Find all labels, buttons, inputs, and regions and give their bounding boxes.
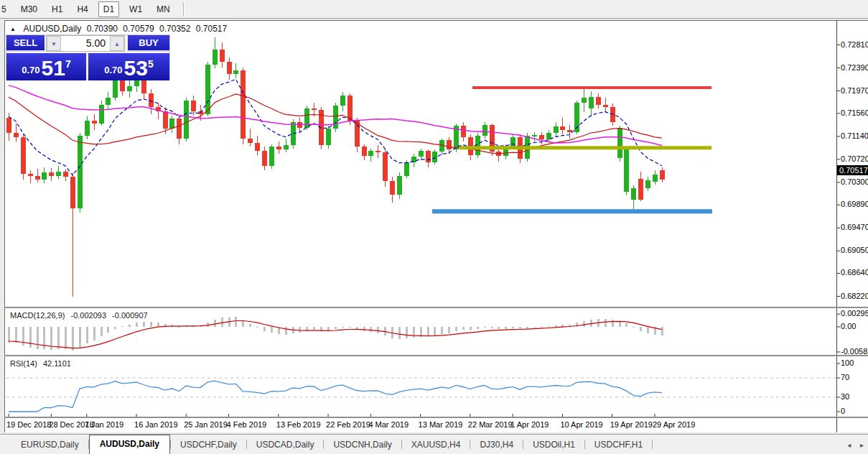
window-menu-icon[interactable]: ▲ bbox=[10, 26, 16, 32]
candle-body bbox=[340, 96, 345, 106]
candle-body bbox=[262, 151, 267, 166]
macd-bar bbox=[441, 327, 443, 334]
volume-increase-icon[interactable]: ▲ bbox=[110, 36, 124, 51]
macd-bar bbox=[335, 327, 337, 329]
time-axis-label: 1 Apr 2019 bbox=[510, 420, 549, 429]
buy-price-prefix: 0.70 bbox=[104, 62, 122, 78]
price-axis-label: 0.69890 bbox=[841, 200, 868, 208]
candle-body bbox=[70, 177, 75, 208]
macd-bar bbox=[313, 327, 315, 330]
candle-body bbox=[631, 188, 636, 200]
candle-body bbox=[326, 129, 331, 145]
price-axis-label: 0.68640 bbox=[841, 268, 868, 277]
price-axis-label: 0.68220 bbox=[841, 292, 868, 300]
candle-body bbox=[92, 121, 97, 123]
candle-body bbox=[241, 70, 246, 139]
macd-bar bbox=[498, 327, 500, 329]
candle-body bbox=[312, 108, 317, 110]
candle-body bbox=[49, 172, 54, 176]
time-axis-label: 7 Jan 2019 bbox=[85, 420, 123, 429]
candle-body bbox=[567, 130, 572, 131]
rsi-panel-divider[interactable] bbox=[4, 355, 868, 356]
candle-body bbox=[333, 106, 338, 129]
candle-body bbox=[432, 152, 437, 162]
macd-bar bbox=[455, 327, 457, 331]
sell-price-sup: 7 bbox=[65, 58, 71, 70]
macd-bar bbox=[625, 323, 627, 327]
macd-bar bbox=[214, 320, 216, 327]
macd-bar bbox=[363, 327, 365, 331]
current-price-tag: 0.70517 bbox=[837, 165, 868, 175]
macd-bar bbox=[533, 327, 536, 328]
candle-body bbox=[582, 98, 587, 103]
candle-body bbox=[638, 179, 643, 200]
macd-bar bbox=[370, 327, 372, 332]
macd-panel-divider[interactable] bbox=[4, 307, 868, 308]
volume-spinner: ▼ 5.00 ▲ bbox=[46, 35, 125, 52]
time-axis-label: 22 Mar 2019 bbox=[468, 420, 513, 429]
macd-panel-label: MACD(12,26,9) -0.002093 -0.000907 bbox=[10, 311, 151, 320]
buy-price-button[interactable]: 0.70 53 5 bbox=[88, 53, 169, 80]
macd-bar bbox=[448, 327, 450, 333]
candle-body bbox=[653, 175, 658, 182]
buy-price-sup: 5 bbox=[148, 58, 154, 70]
volume-decrease-icon[interactable]: ▼ bbox=[47, 36, 61, 51]
candle-body bbox=[397, 176, 402, 195]
macd-value-main: -0.002093 bbox=[70, 311, 106, 320]
candle-body bbox=[419, 151, 424, 157]
candle-body bbox=[375, 151, 381, 152]
macd-bar bbox=[377, 327, 379, 333]
macd-bar bbox=[285, 327, 287, 335]
candle-body bbox=[660, 170, 665, 180]
macd-bar bbox=[661, 327, 663, 335]
sell-price-button[interactable]: 0.70 51 7 bbox=[6, 53, 86, 80]
candle-body bbox=[596, 97, 601, 105]
macd-bar bbox=[72, 327, 74, 351]
macd-signal-line bbox=[9, 321, 662, 348]
macd-bar bbox=[15, 327, 17, 343]
price-axis-label: 0.70720 bbox=[841, 154, 868, 163]
price-axis-label: 0.69050 bbox=[841, 246, 868, 254]
rsi-axis-label: 100 bbox=[841, 358, 854, 367]
sell-button[interactable]: SELL bbox=[6, 35, 45, 52]
candle-body bbox=[21, 137, 26, 175]
candle-body bbox=[191, 101, 196, 111]
sell-price-big: 51 bbox=[42, 58, 65, 78]
macd-bar bbox=[143, 322, 145, 327]
candle-body bbox=[106, 98, 111, 105]
macd-bar bbox=[178, 327, 180, 328]
buy-button[interactable]: BUY bbox=[128, 35, 169, 52]
macd-bar bbox=[157, 323, 159, 327]
candle-body bbox=[56, 172, 61, 175]
volume-input[interactable]: 5.00 bbox=[61, 36, 110, 51]
time-axis-label: 13 Feb 2019 bbox=[276, 420, 321, 429]
macd-bar bbox=[86, 327, 88, 343]
rsi-line[interactable] bbox=[9, 381, 662, 412]
macd-bar bbox=[29, 327, 32, 348]
candle-body bbox=[113, 78, 118, 98]
macd-bar bbox=[484, 327, 486, 328]
macd-value-signal: -0.000907 bbox=[112, 311, 148, 320]
candle-body bbox=[560, 126, 565, 130]
candle-body bbox=[390, 181, 395, 195]
macd-bar bbox=[470, 327, 472, 330]
candle-body bbox=[6, 118, 11, 133]
candle-body bbox=[539, 135, 544, 139]
macd-bar bbox=[57, 327, 60, 349]
candle-body bbox=[532, 135, 537, 136]
candle-body bbox=[85, 121, 90, 136]
candle-body bbox=[362, 147, 367, 156]
macd-bar bbox=[491, 327, 493, 328]
macd-bar bbox=[526, 327, 528, 328]
ohlc-close: 0.70517 bbox=[196, 24, 227, 34]
macd-axis-label: 0.002957 bbox=[841, 309, 868, 318]
macd-bar bbox=[263, 327, 266, 331]
candle-body bbox=[255, 143, 260, 151]
candle-body bbox=[404, 162, 409, 175]
candle-body bbox=[177, 119, 182, 138]
macd-bar bbox=[235, 317, 237, 327]
rsi-axis-label: 0 bbox=[841, 407, 845, 415]
candle-body bbox=[617, 128, 622, 159]
macd-bar bbox=[107, 327, 109, 333]
macd-bar bbox=[633, 327, 635, 328]
